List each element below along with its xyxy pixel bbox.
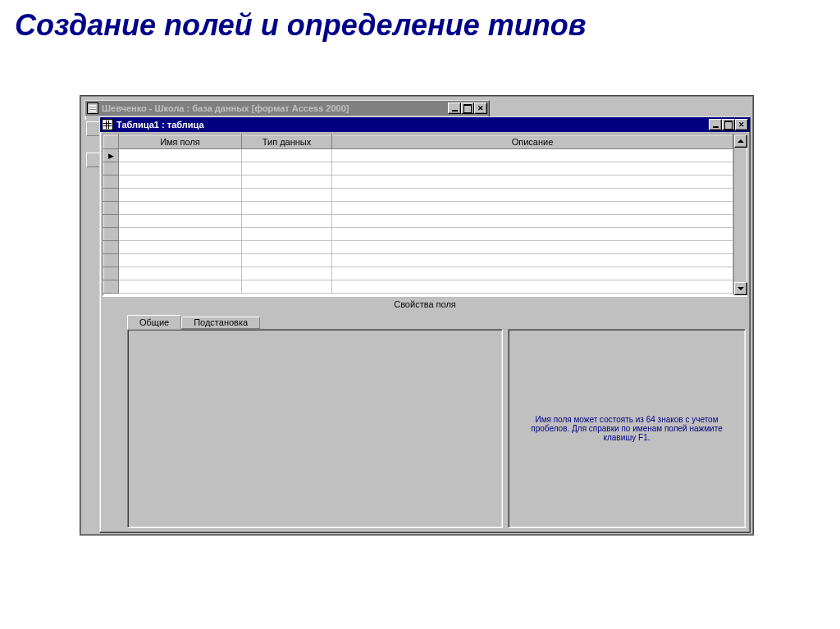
tab-lookup[interactable]: Подстановка <box>181 317 260 329</box>
column-header-datatype[interactable]: Тип данных <box>242 135 332 149</box>
cell-datatype[interactable] <box>242 241 332 254</box>
hint-text: Имя поля может состоять из 64 знаков с у… <box>523 415 730 442</box>
table-design-area: Имя поля Тип данных Описание ▶ <box>103 134 747 530</box>
close-button[interactable] <box>735 119 748 130</box>
row-selector[interactable] <box>104 189 119 202</box>
cell-description[interactable] <box>332 162 733 175</box>
hint-pane: Имя поля может состоять из 64 знаков с у… <box>508 329 746 528</box>
minimize-button[interactable] <box>709 119 722 130</box>
cell-datatype[interactable] <box>242 189 332 202</box>
cell-description[interactable] <box>332 254 733 267</box>
scroll-up-button[interactable] <box>734 134 747 148</box>
mdi-client-area: Шевченко - Школа : база данных [формат A… <box>80 96 753 535</box>
cell-description[interactable] <box>332 241 733 254</box>
cell-datatype[interactable] <box>242 280 332 294</box>
column-header-description[interactable]: Описание <box>332 135 733 149</box>
row-selector[interactable] <box>104 267 119 280</box>
cell-fieldname[interactable] <box>119 149 242 162</box>
row-selector[interactable] <box>104 202 119 215</box>
field-grid[interactable]: Имя поля Тип данных Описание ▶ <box>103 134 733 295</box>
property-tabs: Общие Подстановка <box>127 315 260 329</box>
tab-general[interactable]: Общие <box>127 315 181 330</box>
cell-datatype[interactable] <box>242 149 332 162</box>
cell-description[interactable] <box>332 175 733 189</box>
column-header-fieldname[interactable]: Имя поля <box>119 135 242 149</box>
cell-fieldname[interactable] <box>119 241 242 254</box>
cell-datatype[interactable] <box>242 228 332 241</box>
cell-fieldname[interactable] <box>119 254 242 267</box>
maximize-button[interactable] <box>461 103 474 114</box>
cell-description[interactable] <box>332 267 733 280</box>
cell-datatype[interactable] <box>242 175 332 189</box>
field-grid-container: Имя поля Тип данных Описание ▶ <box>103 134 747 296</box>
database-window-title: Шевченко - Школа : база данных [формат A… <box>102 103 349 113</box>
cell-fieldname[interactable] <box>119 228 242 241</box>
database-icon <box>87 103 98 114</box>
close-button[interactable] <box>474 103 487 114</box>
cell-fieldname[interactable] <box>119 215 242 228</box>
table-icon <box>102 119 113 130</box>
cell-datatype[interactable] <box>242 267 332 280</box>
cell-datatype[interactable] <box>242 254 332 267</box>
cell-description[interactable] <box>332 189 733 202</box>
row-selector-header <box>104 135 119 149</box>
vertical-scrollbar[interactable] <box>733 134 746 295</box>
row-selector[interactable] <box>104 215 119 228</box>
row-selector[interactable] <box>104 162 119 175</box>
page-title: Создание полей и определение типов <box>0 0 840 54</box>
field-properties-area: Общие Подстановка Имя поля может состоят… <box>103 311 747 530</box>
cell-description[interactable] <box>332 228 733 241</box>
table-design-title: Таблица1 : таблица <box>116 120 204 130</box>
cell-description[interactable] <box>332 215 733 228</box>
cell-fieldname[interactable] <box>119 267 242 280</box>
database-window-titlebar[interactable]: Шевченко - Школа : база данных [формат A… <box>85 101 489 116</box>
cell-fieldname[interactable] <box>119 280 242 294</box>
row-selector[interactable]: ▶ <box>104 149 119 162</box>
cell-description[interactable] <box>332 280 733 294</box>
table-design-window[interactable]: Таблица1 : таблица Имя поля Тип данных О… <box>99 116 751 533</box>
cell-description[interactable] <box>332 202 733 215</box>
cell-fieldname[interactable] <box>119 189 242 202</box>
cell-fieldname[interactable] <box>119 175 242 189</box>
cell-fieldname[interactable] <box>119 202 242 215</box>
field-properties-header: Свойства поля <box>103 296 747 311</box>
cell-description[interactable] <box>332 149 733 162</box>
row-selector[interactable] <box>104 241 119 254</box>
row-selector[interactable] <box>104 280 119 294</box>
row-selector[interactable] <box>104 175 119 189</box>
scroll-down-button[interactable] <box>734 282 747 295</box>
row-selector[interactable] <box>104 228 119 241</box>
maximize-button[interactable] <box>722 119 735 130</box>
table-design-titlebar[interactable]: Таблица1 : таблица <box>100 117 750 132</box>
cell-fieldname[interactable] <box>119 162 242 175</box>
field-properties-pane[interactable]: Общие Подстановка <box>127 329 503 528</box>
row-selector[interactable] <box>104 254 119 267</box>
cell-datatype[interactable] <box>242 162 332 175</box>
cell-datatype[interactable] <box>242 202 332 215</box>
minimize-button[interactable] <box>448 103 461 114</box>
cell-datatype[interactable] <box>242 215 332 228</box>
